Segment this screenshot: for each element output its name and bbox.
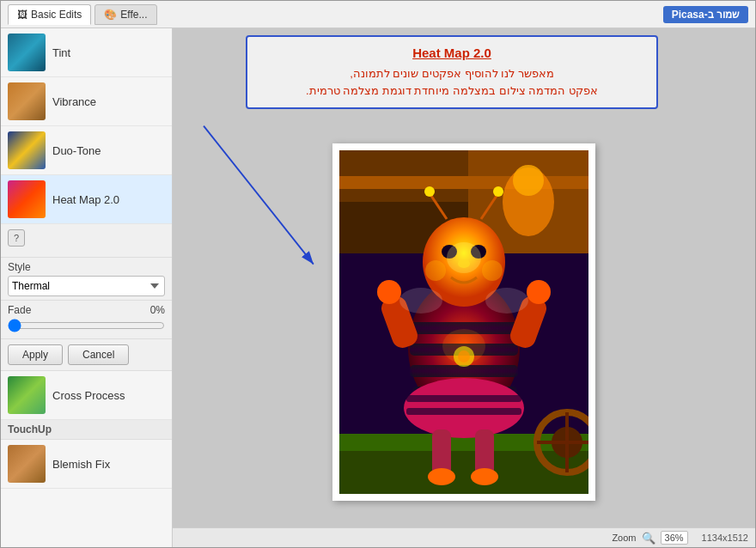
effect-blemishfix[interactable]: Blemish Fix	[1, 440, 172, 489]
effects-icon: 🎨	[104, 9, 117, 21]
thermal-image	[339, 150, 588, 494]
effect-duotone[interactable]: Duo-Tone	[1, 126, 172, 175]
heatmap-label: Heat Map 2.0	[52, 193, 119, 206]
fade-header: Fade 0%	[8, 304, 165, 316]
crossprocess-label: Cross Process	[52, 389, 125, 402]
tooltip-title: Heat Map 2.0	[259, 46, 644, 60]
svg-point-42	[442, 329, 485, 363]
toolbar-right: Picasa-שמור ב	[663, 6, 748, 23]
crossprocess-thumbnail	[8, 376, 46, 414]
svg-rect-14	[410, 365, 518, 377]
svg-point-33	[425, 260, 446, 281]
tooltip-line1: מאפשר לנו להוסיף אפקטים שונים לתמונה,	[350, 67, 554, 80]
cancel-button[interactable]: Cancel	[68, 344, 129, 365]
fade-slider[interactable]	[8, 319, 165, 332]
effect-vibrance[interactable]: Vibrance	[1, 77, 172, 126]
svg-point-27	[377, 280, 401, 304]
blemishfix-thumbnail	[8, 445, 46, 483]
duotone-thumbnail	[8, 131, 46, 169]
svg-point-39	[399, 288, 442, 314]
toolbar: 🖼 Basic Edits 🎨 Effe... Picasa-שמור ב	[1, 1, 755, 28]
blemishfix-label: Blemish Fix	[52, 458, 110, 471]
svg-rect-19	[406, 395, 521, 402]
photo-container	[332, 143, 595, 501]
style-label: Style	[8, 261, 165, 273]
svg-point-36	[424, 186, 435, 197]
action-buttons: Apply Cancel	[1, 339, 172, 371]
photo-area: Heat Map 2.0 מאפשר לנו להוסיף אפקטים שונ…	[173, 28, 755, 547]
fade-section: Fade 0%	[1, 301, 172, 339]
heatmap-thumbnail	[8, 180, 46, 218]
vibrance-thumbnail	[8, 82, 46, 120]
svg-point-23	[428, 468, 455, 485]
svg-point-40	[485, 288, 528, 314]
photo-dimensions: 1134x1512	[702, 533, 748, 543]
vibrance-label: Vibrance	[52, 95, 96, 108]
effect-tint[interactable]: Tint	[1, 28, 172, 77]
sidebar: Tint Vibrance Duo-Tone Heat Map 2.0 ?	[1, 28, 173, 547]
effect-crossprocess[interactable]: Cross Process	[1, 371, 172, 420]
thermal-photo	[339, 150, 588, 494]
zoom-out-icon[interactable]: 🔍	[642, 532, 655, 545]
tint-label: Tint	[52, 46, 70, 59]
fade-value: 0%	[150, 304, 165, 316]
tab-effects-label: Effe...	[120, 9, 147, 21]
style-section: Style Thermal Spectrum Fire Ice Classic	[1, 258, 172, 301]
zoom-label: Zoom	[612, 533, 636, 543]
app-window: 🖼 Basic Edits 🎨 Effe... Picasa-שמור ב Ti…	[0, 0, 756, 548]
svg-point-41	[447, 242, 481, 273]
basic-edits-icon: 🖼	[17, 9, 27, 21]
zoom-level: 36%	[661, 531, 688, 545]
touchup-header: TouchUp	[1, 420, 172, 440]
svg-point-38	[493, 186, 503, 197]
tab-effects[interactable]: 🎨 Effe...	[94, 4, 156, 25]
tint-thumbnail	[8, 33, 46, 71]
heatmap-subpanel: ?	[1, 224, 172, 258]
tab-basic-edits[interactable]: 🖼 Basic Edits	[8, 4, 91, 25]
style-select[interactable]: Thermal Spectrum Fire Ice Classic	[8, 276, 165, 296]
tab-basic-edits-label: Basic Edits	[31, 9, 82, 21]
help-button[interactable]: ?	[8, 229, 25, 247]
fade-label: Fade	[8, 304, 31, 316]
svg-point-34	[482, 260, 503, 281]
svg-line-1	[204, 126, 314, 265]
svg-point-24	[471, 468, 498, 485]
apply-button[interactable]: Apply	[8, 344, 63, 365]
duotone-label: Duo-Tone	[52, 144, 101, 157]
effect-heatmap[interactable]: Heat Map 2.0	[1, 175, 172, 224]
svg-point-8	[513, 165, 544, 196]
tooltip-line2: אפקט המדמה צילום במצלמה מיוחדת דוגמת מצל…	[306, 84, 598, 97]
svg-point-28	[527, 280, 551, 304]
tooltip-text: מאפשר לנו להוסיף אפקטים שונים לתמונה, אפ…	[259, 65, 644, 99]
picasa-save-button[interactable]: Picasa-שמור ב	[663, 6, 748, 23]
svg-rect-20	[406, 408, 521, 415]
zoom-bar: Zoom 🔍 36% 1134x1512	[173, 527, 755, 547]
tooltip-box: Heat Map 2.0 מאפשר לנו להוסיף אפקטים שונ…	[246, 35, 658, 109]
main-content: Tint Vibrance Duo-Tone Heat Map 2.0 ?	[1, 28, 755, 547]
